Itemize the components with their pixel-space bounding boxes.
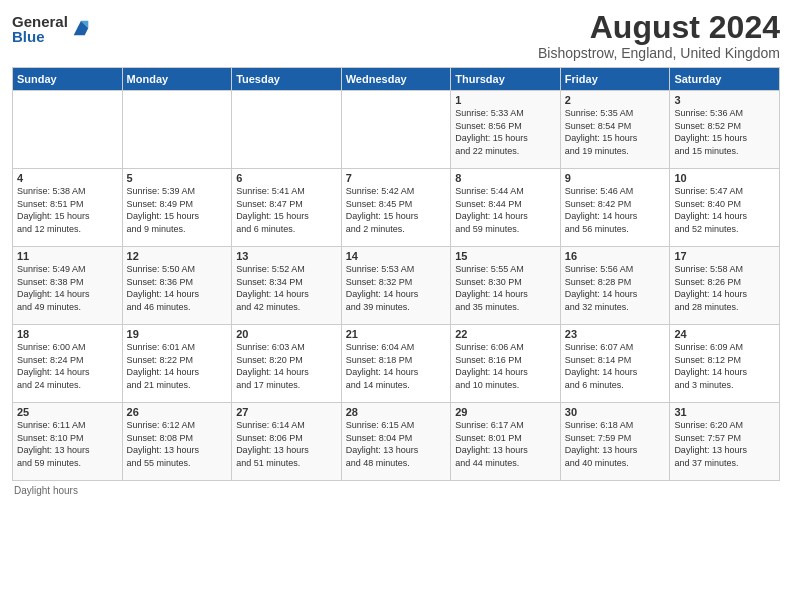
logo-icon <box>70 17 92 39</box>
day-number: 5 <box>127 172 228 184</box>
cell-content: Sunrise: 6:14 AM Sunset: 8:06 PM Dayligh… <box>236 419 337 469</box>
calendar-cell: 25Sunrise: 6:11 AM Sunset: 8:10 PM Dayli… <box>13 403 123 481</box>
main-container: General Blue August 2024 Bishopstrow, En… <box>0 0 792 502</box>
day-number: 22 <box>455 328 556 340</box>
calendar-table: SundayMondayTuesdayWednesdayThursdayFrid… <box>12 67 780 481</box>
header-row: SundayMondayTuesdayWednesdayThursdayFrid… <box>13 68 780 91</box>
day-number: 3 <box>674 94 775 106</box>
day-header-wednesday: Wednesday <box>341 68 451 91</box>
day-number: 8 <box>455 172 556 184</box>
logo: General Blue <box>12 14 92 44</box>
calendar-cell: 9Sunrise: 5:46 AM Sunset: 8:42 PM Daylig… <box>560 169 670 247</box>
footer-text: Daylight hours <box>12 485 780 496</box>
calendar-cell: 11Sunrise: 5:49 AM Sunset: 8:38 PM Dayli… <box>13 247 123 325</box>
logo-text: General Blue <box>12 14 68 44</box>
header: General Blue August 2024 Bishopstrow, En… <box>12 10 780 61</box>
day-number: 15 <box>455 250 556 262</box>
day-number: 21 <box>346 328 447 340</box>
calendar-cell: 3Sunrise: 5:36 AM Sunset: 8:52 PM Daylig… <box>670 91 780 169</box>
day-number: 7 <box>346 172 447 184</box>
calendar-cell: 7Sunrise: 5:42 AM Sunset: 8:45 PM Daylig… <box>341 169 451 247</box>
day-number: 6 <box>236 172 337 184</box>
day-number: 30 <box>565 406 666 418</box>
calendar-cell: 27Sunrise: 6:14 AM Sunset: 8:06 PM Dayli… <box>232 403 342 481</box>
cell-content: Sunrise: 5:50 AM Sunset: 8:36 PM Dayligh… <box>127 263 228 313</box>
cell-content: Sunrise: 5:47 AM Sunset: 8:40 PM Dayligh… <box>674 185 775 235</box>
day-header-sunday: Sunday <box>13 68 123 91</box>
cell-content: Sunrise: 6:11 AM Sunset: 8:10 PM Dayligh… <box>17 419 118 469</box>
cell-content: Sunrise: 5:36 AM Sunset: 8:52 PM Dayligh… <box>674 107 775 157</box>
day-number: 1 <box>455 94 556 106</box>
calendar-cell: 5Sunrise: 5:39 AM Sunset: 8:49 PM Daylig… <box>122 169 232 247</box>
calendar-cell: 22Sunrise: 6:06 AM Sunset: 8:16 PM Dayli… <box>451 325 561 403</box>
calendar-cell: 17Sunrise: 5:58 AM Sunset: 8:26 PM Dayli… <box>670 247 780 325</box>
week-row-3: 11Sunrise: 5:49 AM Sunset: 8:38 PM Dayli… <box>13 247 780 325</box>
logo-general: General <box>12 14 68 29</box>
day-number: 11 <box>17 250 118 262</box>
day-header-tuesday: Tuesday <box>232 68 342 91</box>
cell-content: Sunrise: 5:53 AM Sunset: 8:32 PM Dayligh… <box>346 263 447 313</box>
day-header-monday: Monday <box>122 68 232 91</box>
logo-blue: Blue <box>12 29 68 44</box>
day-number: 27 <box>236 406 337 418</box>
cell-content: Sunrise: 5:46 AM Sunset: 8:42 PM Dayligh… <box>565 185 666 235</box>
day-number: 14 <box>346 250 447 262</box>
cell-content: Sunrise: 5:56 AM Sunset: 8:28 PM Dayligh… <box>565 263 666 313</box>
calendar-cell: 2Sunrise: 5:35 AM Sunset: 8:54 PM Daylig… <box>560 91 670 169</box>
calendar-cell <box>341 91 451 169</box>
day-number: 13 <box>236 250 337 262</box>
day-number: 16 <box>565 250 666 262</box>
cell-content: Sunrise: 6:20 AM Sunset: 7:57 PM Dayligh… <box>674 419 775 469</box>
day-number: 20 <box>236 328 337 340</box>
calendar-cell <box>13 91 123 169</box>
cell-content: Sunrise: 5:55 AM Sunset: 8:30 PM Dayligh… <box>455 263 556 313</box>
day-number: 26 <box>127 406 228 418</box>
calendar-cell: 24Sunrise: 6:09 AM Sunset: 8:12 PM Dayli… <box>670 325 780 403</box>
day-number: 28 <box>346 406 447 418</box>
cell-content: Sunrise: 6:17 AM Sunset: 8:01 PM Dayligh… <box>455 419 556 469</box>
calendar-cell: 13Sunrise: 5:52 AM Sunset: 8:34 PM Dayli… <box>232 247 342 325</box>
cell-content: Sunrise: 5:49 AM Sunset: 8:38 PM Dayligh… <box>17 263 118 313</box>
cell-content: Sunrise: 5:33 AM Sunset: 8:56 PM Dayligh… <box>455 107 556 157</box>
day-number: 25 <box>17 406 118 418</box>
calendar-cell: 26Sunrise: 6:12 AM Sunset: 8:08 PM Dayli… <box>122 403 232 481</box>
calendar-cell: 31Sunrise: 6:20 AM Sunset: 7:57 PM Dayli… <box>670 403 780 481</box>
cell-content: Sunrise: 6:00 AM Sunset: 8:24 PM Dayligh… <box>17 341 118 391</box>
week-row-1: 1Sunrise: 5:33 AM Sunset: 8:56 PM Daylig… <box>13 91 780 169</box>
day-number: 23 <box>565 328 666 340</box>
calendar-cell: 12Sunrise: 5:50 AM Sunset: 8:36 PM Dayli… <box>122 247 232 325</box>
cell-content: Sunrise: 5:52 AM Sunset: 8:34 PM Dayligh… <box>236 263 337 313</box>
cell-content: Sunrise: 6:18 AM Sunset: 7:59 PM Dayligh… <box>565 419 666 469</box>
cell-content: Sunrise: 6:01 AM Sunset: 8:22 PM Dayligh… <box>127 341 228 391</box>
calendar-cell: 4Sunrise: 5:38 AM Sunset: 8:51 PM Daylig… <box>13 169 123 247</box>
day-number: 2 <box>565 94 666 106</box>
title-block: August 2024 Bishopstrow, England, United… <box>538 10 780 61</box>
week-row-2: 4Sunrise: 5:38 AM Sunset: 8:51 PM Daylig… <box>13 169 780 247</box>
cell-content: Sunrise: 6:03 AM Sunset: 8:20 PM Dayligh… <box>236 341 337 391</box>
calendar-cell: 23Sunrise: 6:07 AM Sunset: 8:14 PM Dayli… <box>560 325 670 403</box>
calendar-cell: 30Sunrise: 6:18 AM Sunset: 7:59 PM Dayli… <box>560 403 670 481</box>
calendar-cell: 16Sunrise: 5:56 AM Sunset: 8:28 PM Dayli… <box>560 247 670 325</box>
day-number: 19 <box>127 328 228 340</box>
calendar-cell: 1Sunrise: 5:33 AM Sunset: 8:56 PM Daylig… <box>451 91 561 169</box>
day-number: 18 <box>17 328 118 340</box>
cell-content: Sunrise: 6:07 AM Sunset: 8:14 PM Dayligh… <box>565 341 666 391</box>
calendar-cell: 10Sunrise: 5:47 AM Sunset: 8:40 PM Dayli… <box>670 169 780 247</box>
cell-content: Sunrise: 5:35 AM Sunset: 8:54 PM Dayligh… <box>565 107 666 157</box>
day-header-saturday: Saturday <box>670 68 780 91</box>
day-number: 29 <box>455 406 556 418</box>
day-header-friday: Friday <box>560 68 670 91</box>
day-number: 12 <box>127 250 228 262</box>
calendar-cell: 15Sunrise: 5:55 AM Sunset: 8:30 PM Dayli… <box>451 247 561 325</box>
calendar-cell: 29Sunrise: 6:17 AM Sunset: 8:01 PM Dayli… <box>451 403 561 481</box>
week-row-4: 18Sunrise: 6:00 AM Sunset: 8:24 PM Dayli… <box>13 325 780 403</box>
day-number: 31 <box>674 406 775 418</box>
calendar-cell: 14Sunrise: 5:53 AM Sunset: 8:32 PM Dayli… <box>341 247 451 325</box>
day-header-thursday: Thursday <box>451 68 561 91</box>
day-number: 24 <box>674 328 775 340</box>
cell-content: Sunrise: 5:44 AM Sunset: 8:44 PM Dayligh… <box>455 185 556 235</box>
calendar-cell: 18Sunrise: 6:00 AM Sunset: 8:24 PM Dayli… <box>13 325 123 403</box>
cell-content: Sunrise: 6:04 AM Sunset: 8:18 PM Dayligh… <box>346 341 447 391</box>
day-number: 9 <box>565 172 666 184</box>
calendar-cell: 20Sunrise: 6:03 AM Sunset: 8:20 PM Dayli… <box>232 325 342 403</box>
